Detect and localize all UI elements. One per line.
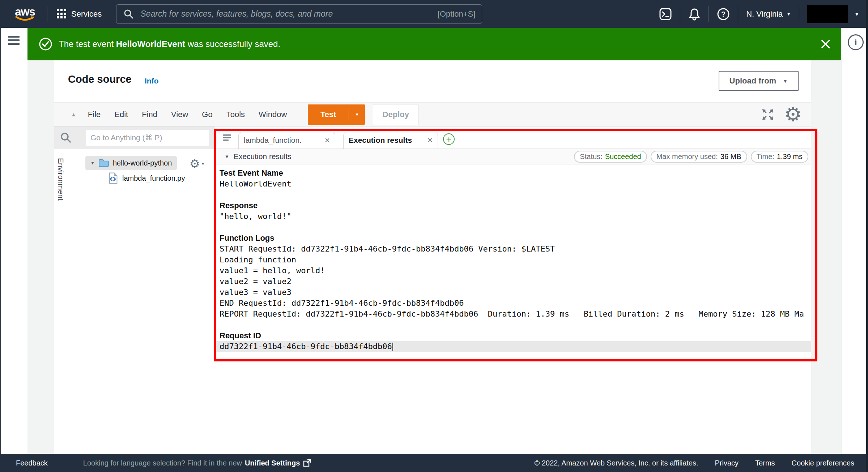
chevron-down-icon: ▼ <box>786 11 791 17</box>
account-menu-redacted[interactable] <box>807 5 848 23</box>
goto-anything-input[interactable] <box>86 130 209 146</box>
nav-separator <box>799 6 799 22</box>
external-link-icon <box>303 459 311 467</box>
execution-results-content: Test Event NameHelloWorldEvent Response"… <box>215 164 811 352</box>
success-check-icon <box>38 37 53 51</box>
results-title: Execution results <box>234 152 292 161</box>
terms-link[interactable]: Terms <box>755 459 775 467</box>
collapse-results-caret-icon[interactable]: ▼ <box>225 154 229 159</box>
nav-separator <box>738 6 738 22</box>
region-label: N. Virginia <box>746 9 783 19</box>
copyright-text: © 2022, Amazon Web Services, Inc. or its… <box>534 459 698 467</box>
status-badge: Status:Succeeded <box>574 151 647 163</box>
blank-line <box>215 319 811 330</box>
menu-item-file[interactable]: File <box>88 110 101 119</box>
text-cursor <box>392 343 393 351</box>
grid-icon <box>57 9 67 19</box>
log-line: END RequestId: dd7322f1-91b4-46cb-9fdc-b… <box>215 298 811 309</box>
upload-from-button[interactable]: Upload from ▼ <box>719 71 799 91</box>
nav-divider <box>47 7 47 22</box>
result-section-header: Function Logs <box>215 233 811 244</box>
search-shortcut-hint: [Option+S] <box>438 9 476 19</box>
editor-pane: lambda_function. × Execution results × +… <box>215 126 811 454</box>
notifications-bell-icon[interactable] <box>688 8 701 21</box>
cloudshell-icon[interactable] <box>659 8 672 21</box>
folder-name: hello-world-python <box>113 159 172 167</box>
menu-item-view[interactable]: View <box>171 110 188 119</box>
blank-line <box>215 189 811 200</box>
result-section-header: Request ID <box>215 330 811 341</box>
blank-line <box>215 222 811 233</box>
global-search-input[interactable] <box>140 9 437 19</box>
memory-badge: Max memory used:36 MB <box>651 151 747 163</box>
log-line: HelloWorldEvent <box>215 179 811 189</box>
tree-file-row[interactable]: lambda_function.py <box>109 172 185 184</box>
search-icon <box>124 9 134 19</box>
result-section-header: Response <box>215 200 811 211</box>
fullscreen-icon[interactable] <box>761 107 775 122</box>
code-source-card: Code source Info Upload from ▼ ▲ FileEdi… <box>54 60 811 454</box>
log-line: "hello, world!" <box>215 211 811 222</box>
region-selector[interactable]: N. Virginia ▼ <box>746 9 791 19</box>
editor-tabs-row: lambda_function. × Execution results × + <box>215 126 811 149</box>
tab-execution-results[interactable]: Execution results × <box>343 132 438 149</box>
collapse-panel-icon[interactable]: ▲ <box>71 111 76 117</box>
services-menu-button[interactable]: Services <box>57 9 102 19</box>
aws-logo[interactable]: aws <box>14 7 35 22</box>
banner-message: The test event HelloWorldEvent was succe… <box>59 39 280 49</box>
success-banner: The test event HelloWorldEvent was succe… <box>27 28 841 60</box>
global-search-box[interactable]: [Option+S] <box>116 4 482 24</box>
test-button[interactable]: Test ▼ <box>308 104 365 125</box>
privacy-link[interactable]: Privacy <box>715 459 739 467</box>
svg-text:?: ? <box>721 10 726 18</box>
results-badges: Status:Succeeded Max memory used:36 MB T… <box>574 151 808 163</box>
tab-list-icon[interactable] <box>222 132 233 145</box>
deploy-button[interactable]: Deploy <box>373 104 418 125</box>
time-badge: Time:1.39 ms <box>751 151 808 163</box>
close-icon[interactable]: × <box>325 135 330 145</box>
close-icon[interactable]: × <box>427 135 433 145</box>
footer-bar: Feedback Looking for language selection?… <box>0 454 868 472</box>
chevron-down-icon[interactable]: ▼ <box>854 11 859 17</box>
unified-settings-link[interactable]: Unified Settings <box>245 459 300 467</box>
nav-separator <box>680 6 680 22</box>
menu-item-edit[interactable]: Edit <box>114 110 128 119</box>
help-icon[interactable]: ? <box>717 8 730 21</box>
page-title: Code source <box>68 73 132 85</box>
aws-logo-text: aws <box>14 7 35 17</box>
log-lines: Test Event NameHelloWorldEvent Response"… <box>215 168 811 352</box>
menu-item-window[interactable]: Window <box>259 110 287 119</box>
log-line: Loading function <box>215 254 811 265</box>
window-left-edge <box>0 28 1 454</box>
menu-item-tools[interactable]: Tools <box>226 110 245 119</box>
tree-settings-gear-icon[interactable]: ⚙▼ <box>190 158 205 170</box>
test-dropdown-caret-icon[interactable]: ▼ <box>349 112 365 117</box>
banner-event-name: HelloWorldEvent <box>116 39 186 49</box>
close-icon[interactable] <box>820 39 831 50</box>
menu-item-go[interactable]: Go <box>202 110 212 119</box>
tree-expand-caret-icon[interactable]: ▼ <box>90 160 95 166</box>
tree-folder-row[interactable]: ▼ hello-world-python <box>85 156 177 170</box>
new-tab-icon[interactable]: + <box>443 133 455 145</box>
info-panel-icon[interactable]: i <box>848 34 864 50</box>
settings-gear-icon[interactable]: ⚙ <box>784 105 802 124</box>
feedback-link[interactable]: Feedback <box>16 459 48 467</box>
folder-icon <box>98 158 109 168</box>
window-right-edge[interactable] <box>866 0 868 472</box>
python-file-icon <box>109 172 118 184</box>
log-line: value2 = value2 <box>215 276 811 287</box>
workspace: Environment ▼ hello-world-python ⚙▼ <box>54 126 811 454</box>
info-link[interactable]: Info <box>145 77 158 85</box>
menu-item-find[interactable]: Find <box>142 110 157 119</box>
menu-items: FileEditFindViewGoToolsWindow <box>88 110 287 119</box>
environment-tab-label[interactable]: Environment <box>56 158 65 201</box>
result-section-header: Test Event Name <box>215 168 811 179</box>
tab-lambda-function[interactable]: lambda_function. × <box>238 132 335 149</box>
file-explorer-panel: Environment ▼ hello-world-python ⚙▼ <box>54 126 215 454</box>
nav-separator <box>709 6 709 22</box>
search-icon <box>60 132 72 143</box>
log-line: REPORT RequestId: dd7322f1-91b4-46cb-9fd… <box>215 309 811 319</box>
execution-results-header: ▼ Execution results Status:Succeeded Max… <box>215 149 811 164</box>
cookie-preferences-link[interactable]: Cookie preferences <box>792 459 854 467</box>
hamburger-menu-icon[interactable] <box>8 36 20 48</box>
